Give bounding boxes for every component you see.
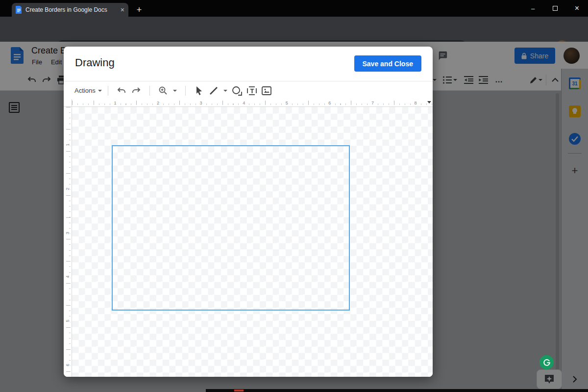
ruler-v-number: 4 (65, 274, 70, 279)
ruler-v-number: 2 (65, 186, 70, 191)
ruler-h-number: 1 (113, 101, 118, 105)
tab-close-icon[interactable]: × (121, 6, 124, 13)
ruler-h-number: 7 (370, 101, 375, 105)
ruler-corner (64, 99, 72, 107)
window-controls: – × (522, 0, 588, 17)
drawing-dialog-title: Drawing (75, 56, 115, 69)
insert-image-icon[interactable] (260, 84, 273, 97)
new-tab-button[interactable]: + (133, 4, 145, 16)
shape-tool-icon[interactable] (231, 84, 244, 97)
tab-title: Create Borders in Google Docs (25, 6, 117, 13)
zoom-caret-icon[interactable] (172, 84, 178, 97)
ruler-v-number: 1 (65, 142, 70, 147)
ruler-v-number: 3 (65, 231, 70, 235)
ruler-v-number: 6 (65, 363, 70, 367)
drawing-dialog-header: Drawing Save and Close (64, 47, 433, 81)
window-maximize-button[interactable] (544, 0, 566, 17)
ruler-h-number: 4 (242, 101, 246, 105)
ruler-h-number: 2 (156, 101, 161, 105)
ruler-h-number: 5 (284, 101, 289, 105)
text-box-tool-icon[interactable]: T (245, 84, 258, 97)
actions-caret-icon (98, 90, 102, 92)
ruler-h-number: 3 (198, 101, 203, 105)
line-tool-icon[interactable] (207, 84, 220, 97)
line-caret-icon[interactable] (222, 84, 229, 97)
browser-tabstrip: Create Borders in Google Docs × + – × (0, 0, 588, 17)
toolbar-divider (149, 86, 150, 96)
google-docs-favicon-icon (16, 6, 22, 14)
window-close-button[interactable]: × (566, 0, 588, 17)
save-and-close-button[interactable]: Save and Close (354, 55, 422, 72)
drawn-rectangle-shape[interactable] (112, 145, 350, 311)
actions-menu-button[interactable]: Actions (74, 87, 102, 94)
select-tool-icon[interactable] (193, 84, 205, 97)
drawing-redo-icon[interactable] (130, 84, 143, 97)
toolbar-divider (108, 86, 108, 96)
vertical-ruler[interactable]: 123456 (64, 107, 72, 377)
toolbar-divider (185, 86, 186, 96)
drawing-undo-icon[interactable] (115, 84, 128, 97)
drawing-dialog: Drawing Save and Close Actions (64, 47, 433, 377)
screen: Create Borders in Google Docs × + – × ← … (0, 0, 588, 392)
ruler-h-number: 8 (413, 101, 418, 105)
browser-toolbar: ← → docs.google.com/document/d/1_9YUqHxl… (0, 17, 588, 42)
window-minimize-button[interactable]: – (522, 0, 544, 17)
taskbar-red-indicator (234, 390, 244, 392)
horizontal-ruler[interactable]: 12345678 (72, 99, 433, 107)
svg-text:T: T (250, 87, 254, 95)
zoom-tool-icon[interactable] (157, 84, 170, 97)
taskbar-sliver (206, 389, 588, 392)
drawing-canvas[interactable] (72, 107, 433, 377)
ruler-options-caret-icon[interactable] (427, 101, 431, 104)
drawing-toolbar: Actions (64, 82, 433, 99)
ruler-v-number: 5 (65, 318, 70, 323)
browser-tab[interactable]: Create Borders in Google Docs × (12, 3, 128, 17)
actions-label: Actions (74, 87, 96, 94)
ruler-h-number: 6 (327, 101, 332, 105)
grammarly-icon[interactable] (539, 355, 554, 369)
